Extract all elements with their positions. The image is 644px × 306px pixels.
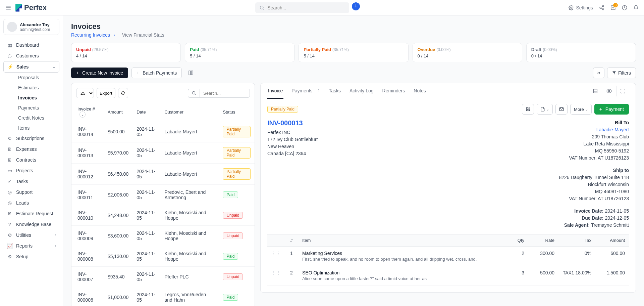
status-badge: Paid <box>223 294 238 301</box>
table-row[interactable]: INV-000013 $5,970.00 2024-11-05 Labadie-… <box>71 142 255 164</box>
payment-button[interactable]: + Payment <box>594 104 629 115</box>
nav-subscriptions[interactable]: ↻Subscriptions <box>3 133 59 144</box>
menu-toggle[interactable] <box>5 5 11 11</box>
items-col-qty: Qty <box>505 234 528 247</box>
nav-sales[interactable]: ⚡Sales⌄ <box>3 61 59 73</box>
refresh-button[interactable] <box>118 88 128 98</box>
nav-credit-notes[interactable]: Credit Notes <box>15 113 59 123</box>
stat-card[interactable]: Unpaid(28.57%)4 / 14 <box>71 43 181 62</box>
share-icon[interactable] <box>599 5 604 10</box>
table-row[interactable]: INV-000011 $2,006.00 2024-11-05 Predovic… <box>71 185 255 205</box>
stat-card[interactable]: Overdue(0.00%)0 / 14 <box>413 43 522 62</box>
global-search[interactable] <box>255 2 349 13</box>
nav-dashboard[interactable]: ▦Dashboard <box>3 40 59 50</box>
document-icon: 🗎 <box>7 157 13 163</box>
svg-point-8 <box>602 8 604 10</box>
table-row[interactable]: INV-000009 $3,600.00 2024-11-05 Kiehn, M… <box>71 226 255 246</box>
inbox-icon-button[interactable] <box>589 86 601 96</box>
tab-activity[interactable]: Activity Log <box>349 83 374 99</box>
batch-payments-button[interactable]: + Batch Payments <box>131 68 182 78</box>
from-address: Perfex INC 172 Ivy Club Gottliebfurt New… <box>267 129 318 157</box>
table-row[interactable]: INV-000008 $5,130.00 2024-11-05 Kiehn, M… <box>71 246 255 267</box>
recurring-invoices-link[interactable]: Recurring Invoices → <box>71 32 116 38</box>
nav-expenses[interactable]: 🗎Expenses <box>3 144 59 155</box>
tab-reminders[interactable]: Reminders <box>382 83 406 99</box>
global-search-input[interactable] <box>267 5 345 10</box>
svg-point-5 <box>571 7 572 8</box>
nav-knowledge-base[interactable]: ?Knowledge Base <box>3 219 59 230</box>
list-search-input[interactable] <box>200 89 250 98</box>
sort-desc-icon: ⌄ <box>79 112 86 118</box>
table-row[interactable]: INV-000012 $6,450.00 2024-11-05 Labadie-… <box>71 164 255 185</box>
nav-contracts[interactable]: 🗎Contracts <box>3 155 59 165</box>
nav-reports[interactable]: 📈Reports‹ <box>3 241 59 251</box>
chevron-down-icon: ⌄ <box>585 107 588 111</box>
settings-link[interactable]: Settings <box>569 5 593 10</box>
nav-estimates[interactable]: Estimates <box>15 83 59 93</box>
email-button[interactable] <box>555 104 568 115</box>
tab-tasks[interactable]: Tasks <box>328 83 341 99</box>
nav-payments[interactable]: Payments <box>15 103 59 113</box>
user-card[interactable]: Alexandre Toy admin@test.com <box>3 19 59 35</box>
customer-link[interactable]: Labadie-Mayert <box>559 126 629 133</box>
tab-invoice[interactable]: Invoice <box>267 83 283 99</box>
nav-customers[interactable]: ◌Customers <box>3 50 59 61</box>
drag-handle-icon[interactable]: ⋮⋮ <box>267 247 285 266</box>
lifebuoy-icon: ◎ <box>7 189 13 195</box>
export-button[interactable]: Export <box>97 88 115 98</box>
toggle-view-button[interactable] <box>185 68 197 78</box>
nav-tasks[interactable]: ✓Tasks <box>3 176 59 187</box>
clock-icon[interactable] <box>622 5 627 10</box>
nav-estimate-request[interactable]: 🗎Estimate Request <box>3 208 59 219</box>
pencil-icon <box>526 107 530 112</box>
create-invoice-button[interactable]: + Create New Invoice <box>71 68 128 78</box>
stat-card[interactable]: Partially Paid(35.71%)5 / 14 <box>299 43 408 62</box>
per-page-select[interactable]: 25 <box>76 88 94 98</box>
edit-button[interactable] <box>522 104 534 115</box>
nav-items[interactable]: Items <box>15 123 59 133</box>
collapse-button[interactable] <box>593 68 604 78</box>
eye-icon-button[interactable] <box>603 86 615 96</box>
col-customer[interactable]: Customer <box>160 103 219 121</box>
pdf-dropdown[interactable]: ⌄ <box>537 104 553 115</box>
col-status[interactable]: Status <box>219 103 255 121</box>
nav-projects[interactable]: ▭Projects <box>3 165 59 176</box>
col-date[interactable]: Date <box>132 103 160 121</box>
quick-add-button[interactable]: + <box>352 2 360 10</box>
stat-card[interactable]: Draft(0.00%)0 / 14 <box>526 43 636 62</box>
invoice-number[interactable]: INV-000013 <box>267 119 318 127</box>
col-amount[interactable]: Amount <box>104 103 132 121</box>
tab-payments[interactable]: Payments 1 <box>291 83 321 99</box>
filters-button[interactable]: Filters <box>607 68 636 78</box>
more-dropdown[interactable]: More⌄ <box>570 104 592 115</box>
col-invoice[interactable]: Invoice #⌄ <box>71 103 104 121</box>
stat-card[interactable]: Paid(35.71%)5 / 14 <box>185 43 294 62</box>
table-row[interactable]: INV-000014 $500.00 2024-11-05 Labadie-Ma… <box>71 121 255 142</box>
nav-proposals[interactable]: Proposals <box>15 73 59 83</box>
chevron-left-icon: ‹ <box>55 233 56 237</box>
bolt-icon: ⚡ <box>7 64 13 70</box>
svg-line-9 <box>601 8 603 9</box>
table-row[interactable]: INV-000007 $935.40 2024-11-05 Pfeffer PL… <box>71 267 255 287</box>
help-icon: ? <box>7 222 13 227</box>
nav-utilities[interactable]: ⚙Utilities‹ <box>3 230 59 241</box>
nav-leads[interactable]: ◎Leads <box>3 198 59 208</box>
bell-icon[interactable] <box>633 5 639 10</box>
table-row[interactable]: INV-000006 $1,000.00 2024-11-05 Legros, … <box>71 287 255 306</box>
refresh-icon: ↻ <box>7 136 13 141</box>
items-col-amount: Amount <box>595 234 629 247</box>
drag-handle-icon[interactable]: ⋮⋮ <box>267 266 285 286</box>
financial-stats-link[interactable]: View Financial Stats <box>122 32 164 38</box>
request-icon: 🗎 <box>7 211 13 216</box>
nav-setup[interactable]: ⚙Setup <box>3 251 59 262</box>
brand-logo[interactable]: Perfex <box>15 3 47 12</box>
expand-icon-button[interactable] <box>616 86 629 96</box>
todos-button[interactable]: 3 <box>610 5 616 10</box>
brand-text: Perfex <box>24 3 47 12</box>
nav-support[interactable]: ◎Support <box>3 187 59 198</box>
table-row[interactable]: INV-000010 $4,248.00 2024-11-05 Kiehn, M… <box>71 205 255 226</box>
nav-invoices[interactable]: Invoices <box>15 93 59 103</box>
tab-notes[interactable]: Notes <box>413 83 427 99</box>
dates-block: Invoice Date: 2024-11-05 Due Date: 2024-… <box>559 208 629 229</box>
user-name: Alexandre Toy <box>20 22 50 27</box>
